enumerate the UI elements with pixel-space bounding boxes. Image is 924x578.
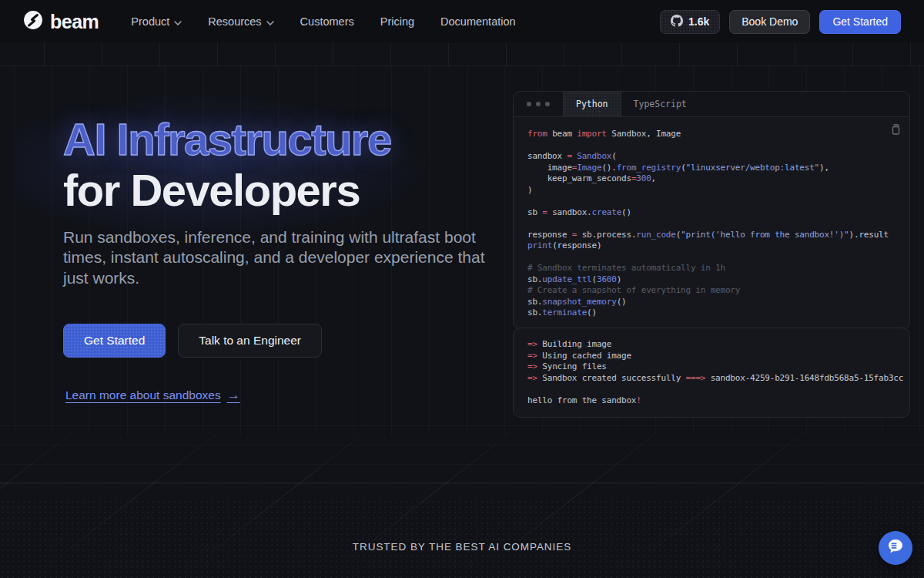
code-editor: from beam import Sandbox, Image sandbox …	[514, 117, 909, 329]
perspective-diagonal-line	[0, 416, 93, 559]
arrow-right-icon: →	[227, 388, 240, 403]
book-demo-button[interactable]: Book Demo	[729, 10, 810, 34]
github-stars-button[interactable]: 1.6k	[660, 10, 720, 34]
talk-to-engineer-button[interactable]: Talk to an Engineer	[178, 324, 322, 358]
dotted-divider	[0, 482, 924, 483]
hero-get-started-button[interactable]: Get Started	[63, 324, 166, 358]
perspective-diagonal-line	[203, 416, 386, 559]
hero-title-plain: for Developers	[63, 168, 391, 213]
tab-typescript[interactable]: TypeScript	[621, 92, 699, 116]
hero-title: AI Infrastructure for Developers	[63, 117, 391, 213]
trusted-by-text: TRUSTED BY THE BEST AI COMPANIES	[0, 541, 924, 553]
top-navbar: beam Product Resources Customers Pricing…	[0, 0, 924, 43]
chat-widget-button[interactable]	[879, 531, 912, 565]
background-horizontal-rule	[0, 66, 924, 66]
github-star-count: 1.6k	[688, 15, 709, 28]
code-lines: from beam import Sandbox, Image sandbox …	[527, 129, 896, 319]
hero-title-accent: AI Infrastructure	[63, 117, 391, 162]
beam-logo-icon	[23, 10, 43, 33]
nav-actions: 1.6k Book Demo Get Started	[660, 10, 901, 34]
copy-icon[interactable]	[890, 124, 900, 138]
tab-python[interactable]: Python	[563, 92, 621, 116]
github-icon	[671, 15, 683, 29]
background-grid-top	[0, 43, 924, 66]
hero-cta-group: Get Started Talk to an Engineer	[63, 324, 322, 358]
nav-link-resources[interactable]: Resources	[208, 15, 273, 28]
window-dots-icon	[514, 92, 563, 116]
code-panel: Python TypeScript from beam import Sandb…	[513, 91, 910, 330]
nav-link-product[interactable]: Product	[131, 15, 182, 28]
footer-dot-texture	[0, 499, 924, 578]
nav-links: Product Resources Customers Pricing Docu…	[131, 15, 515, 28]
perspective-diagonal-line	[350, 416, 532, 559]
terminal-output-panel: => Building image=> Using cached image=>…	[513, 328, 910, 418]
nav-link-pricing[interactable]: Pricing	[380, 15, 414, 28]
code-tabbar: Python TypeScript	[514, 92, 909, 117]
perspective-diagonal-line	[496, 416, 678, 559]
brand-name: beam	[50, 11, 99, 33]
chevron-down-icon	[174, 15, 182, 28]
perspective-diagonal-line	[642, 416, 825, 559]
hero-description: Run sandboxes, inference, and training w…	[63, 227, 485, 288]
perspective-diagonal-line	[57, 416, 239, 559]
learn-more-link[interactable]: Learn more about sandboxes →	[65, 388, 240, 403]
nav-link-customers[interactable]: Customers	[300, 15, 354, 28]
chat-bubble-icon	[886, 537, 905, 559]
chevron-down-icon	[266, 15, 274, 28]
nav-link-documentation[interactable]: Documentation	[440, 15, 516, 28]
brand-logo[interactable]: beam	[23, 10, 99, 33]
output-lines: => Building image=> Using cached image=>…	[527, 339, 896, 406]
nav-get-started-button[interactable]: Get Started	[819, 10, 901, 34]
perspective-horizontal-lines	[0, 425, 924, 484]
